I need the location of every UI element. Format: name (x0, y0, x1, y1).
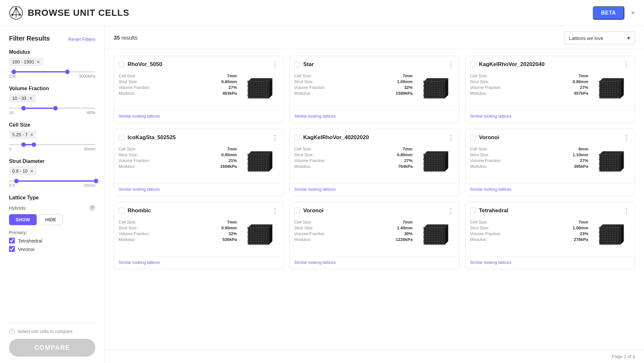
reset-filters-button[interactable]: Reset Filters (68, 36, 95, 42)
sort-label: Lattices we love (569, 35, 603, 41)
lattice-image (593, 148, 629, 177)
strut-diameter-slider[interactable] (9, 180, 95, 182)
volume-fraction-tag[interactable]: 10 - 33 ✕ (9, 94, 36, 102)
spec-volume-fraction: Volume Fraction: 27% (119, 85, 237, 90)
volume-fraction-filter: Volume Fraction 10 - 33 ✕ 10 60% (9, 86, 95, 115)
svg-marker-1325 (424, 224, 448, 228)
card-select-checkbox[interactable] (470, 135, 476, 140)
spec-volume-fraction: Volume Fraction: 21% (119, 158, 237, 163)
card-select-checkbox[interactable] (294, 208, 300, 214)
spec-modulus: Modulus: 1668kPa (119, 164, 237, 169)
spec-volume-fraction: Volume Fraction: 27% (470, 158, 588, 163)
unit-cell-card: Tetrahedral ⋮ Cell Size: 7mm Strut Size:… (465, 202, 635, 269)
similar-link[interactable]: Similar looking lattices (294, 187, 336, 192)
card-menu-icon[interactable]: ⋮ (623, 134, 630, 141)
card-name: Rhombic (128, 207, 268, 214)
card-header: Star ⋮ (290, 56, 459, 70)
card-select-checkbox[interactable] (470, 208, 476, 214)
card-menu-icon[interactable]: ⋮ (272, 207, 279, 215)
card-select-checkbox[interactable] (119, 135, 124, 140)
lattice-type-title: Lattice Type (9, 195, 95, 201)
modulus-tag[interactable]: 100 - 1900 ✕ (9, 58, 43, 66)
card-specs: Cell Size: 7mm Strut Size: 1.40mm Volume… (294, 220, 412, 252)
similar-link[interactable]: Similar looking lattices (119, 187, 160, 192)
spec-cell-size: Cell Size: 7mm (470, 73, 588, 78)
card-body: Cell Size: 7mm Strut Size: 0.90mm Volume… (114, 216, 283, 256)
card-header: Tetrahedral ⋮ (466, 202, 635, 216)
spec-volume-fraction: Volume Fraction: 23% (470, 231, 588, 236)
card-name: Tetrahedral (479, 207, 620, 214)
svg-marker-573 (248, 151, 272, 155)
strut-diameter-tag[interactable]: 0.8 - 10 ✕ (9, 167, 37, 175)
card-select-checkbox[interactable] (119, 62, 124, 67)
lattice-image (593, 75, 629, 104)
similar-link[interactable]: Similar looking lattices (119, 260, 160, 265)
card-header: RhoVor_5050 ⋮ (114, 56, 283, 70)
compare-button[interactable]: COMPARE (9, 339, 95, 357)
cell-size-tag[interactable]: 5.25 - 7 ✕ (9, 130, 37, 139)
unit-cell-card: RhoVor_5050 ⋮ Cell Size: 7mm Strut Size:… (114, 56, 284, 123)
similar-link[interactable]: Similar looking lattices (119, 114, 160, 119)
card-menu-icon[interactable]: ⋮ (272, 61, 279, 68)
card-menu-icon[interactable]: ⋮ (447, 61, 455, 68)
voronoi-checkbox[interactable] (9, 246, 15, 252)
card-select-checkbox[interactable] (294, 62, 300, 67)
svg-marker-1137 (248, 224, 272, 228)
svg-marker-386 (620, 78, 624, 98)
card-menu-icon[interactable]: ⋮ (623, 61, 630, 68)
card-menu-icon[interactable]: ⋮ (447, 207, 455, 215)
tetrahedral-checkbox[interactable] (9, 238, 15, 244)
unit-cell-card: Star ⋮ Cell Size: 7mm Strut Size: 1.00mm… (289, 56, 459, 123)
card-menu-icon[interactable]: ⋮ (447, 134, 455, 141)
card-body: Cell Size: 7mm Strut Size: 0.80mm Volume… (290, 143, 459, 183)
card-body: Cell Size: 6mm Strut Size: 1.10mm Volume… (466, 143, 635, 183)
spec-cell-size: Cell Size: 7mm (119, 73, 237, 78)
app-logo (9, 6, 23, 20)
similar-link[interactable]: Similar looking lattices (470, 260, 512, 265)
close-button[interactable]: × (631, 9, 635, 17)
card-menu-icon[interactable]: ⋮ (623, 207, 630, 215)
card-specs: Cell Size: 7mm Strut Size: 0.80mm Volume… (294, 147, 412, 179)
modulus-clear-icon[interactable]: ✕ (36, 60, 40, 64)
vf-min: 10 (9, 110, 14, 115)
card-image (416, 220, 455, 252)
card-image (591, 73, 630, 106)
modulus-slider[interactable] (9, 71, 95, 72)
modulus-max: 3000kPa (79, 74, 95, 79)
card-menu-icon[interactable]: ⋮ (272, 134, 279, 141)
card-header: KagKelRhoVor_40202020 ⋮ (290, 129, 459, 143)
card-name: Voronoi (303, 207, 444, 214)
card-image (416, 147, 455, 179)
hide-button[interactable]: HIDE (39, 214, 63, 225)
spec-cell-size: Cell Size: 7mm (294, 147, 412, 151)
similar-link[interactable]: Similar looking lattices (294, 260, 336, 265)
spec-volume-fraction: Volume Fraction: 30% (294, 231, 412, 236)
similar-link[interactable]: Similar looking lattices (470, 114, 512, 119)
spec-strut-size: Strut Size: 0.80mm (470, 79, 588, 84)
card-select-checkbox[interactable] (470, 62, 476, 67)
spec-strut-size: Strut Size: 0.80mm (119, 152, 237, 157)
card-footer: Similar looking lattices (290, 110, 459, 123)
strut-diameter-clear-icon[interactable]: ✕ (30, 169, 34, 174)
volume-fraction-clear-icon[interactable]: ✕ (29, 96, 33, 101)
spec-strut-size: Strut Size: 1.40mm (294, 225, 412, 230)
card-body: Cell Size: 7mm Strut Size: 1.00mm Volume… (290, 70, 459, 110)
hybrids-label: Hybrids: (9, 205, 27, 211)
cell-size-slider[interactable] (9, 144, 95, 145)
modulus-min: 100 (9, 74, 16, 79)
volume-fraction-slider[interactable] (9, 108, 95, 109)
cell-size-clear-icon[interactable]: ✕ (30, 132, 34, 137)
spec-strut-size: Strut Size: 0.80mm (119, 79, 237, 84)
card-footer: Similar looking lattices (114, 256, 283, 269)
lattice-image (593, 221, 629, 250)
show-button[interactable]: SHOW (9, 214, 37, 225)
card-select-checkbox[interactable] (119, 208, 124, 214)
spec-modulus: Modulus: 1589kPa (294, 91, 412, 96)
similar-link[interactable]: Similar looking lattices (470, 187, 512, 192)
card-select-checkbox[interactable] (294, 135, 300, 140)
sort-dropdown[interactable]: Lattices we love ▾ (564, 32, 635, 44)
help-icon[interactable]: ? (89, 205, 95, 211)
spec-strut-size: Strut Size: 1.10mm (470, 152, 588, 157)
similar-link[interactable]: Similar looking lattices (294, 114, 336, 119)
card-header: Voronoi ⋮ (466, 129, 635, 143)
